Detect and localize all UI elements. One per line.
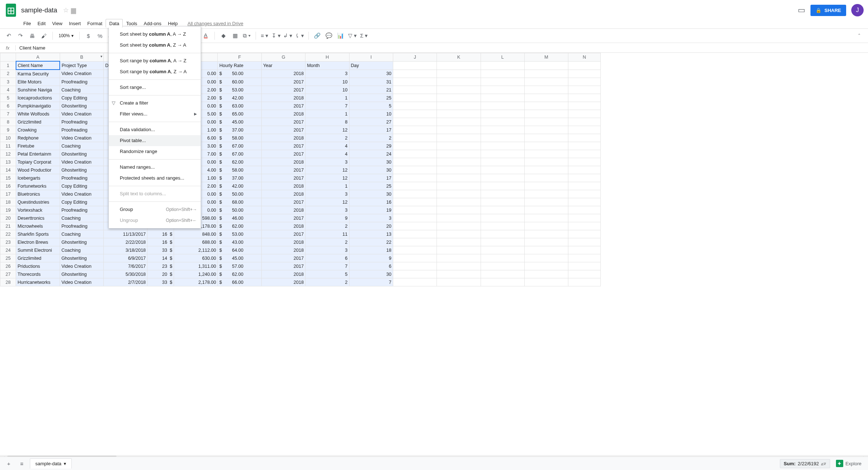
cell[interactable] — [437, 174, 481, 182]
row-header[interactable]: 15 — [0, 174, 16, 182]
row-header[interactable]: 16 — [0, 182, 16, 190]
cell[interactable] — [393, 150, 437, 158]
col-header[interactable]: H — [305, 53, 349, 62]
fill-color-button[interactable]: ◆ — [218, 31, 229, 41]
cell[interactable] — [568, 254, 601, 262]
comments-icon[interactable]: ▭ — [798, 5, 805, 15]
cell[interactable]: 13 — [349, 230, 393, 238]
row-header[interactable]: 26 — [0, 262, 16, 270]
cell[interactable]: 17 — [349, 126, 393, 134]
menu-named-ranges[interactable]: Named ranges... — [109, 162, 201, 173]
cell[interactable]: 5 — [349, 102, 393, 110]
cell[interactable]: 23 $ — [147, 262, 174, 270]
col-header[interactable]: I — [349, 53, 393, 62]
cell[interactable] — [524, 158, 568, 166]
cell[interactable] — [568, 78, 601, 86]
cell[interactable] — [568, 270, 601, 278]
row-header[interactable]: 4 — [0, 86, 16, 94]
cell[interactable] — [481, 262, 524, 270]
print-button[interactable]: 🖶 — [27, 31, 37, 41]
cell[interactable]: Video Creation — [60, 110, 103, 118]
cell[interactable] — [437, 150, 481, 158]
cell[interactable]: 8 — [305, 118, 349, 126]
halign-button[interactable]: ≡ ▾ — [260, 31, 270, 41]
cell[interactable] — [393, 94, 437, 102]
cell[interactable] — [393, 78, 437, 86]
cell[interactable]: $ 62.00 — [218, 270, 261, 278]
cell[interactable]: 2018 — [261, 190, 305, 198]
cell[interactable] — [568, 214, 601, 222]
cell[interactable]: 2017 — [261, 78, 305, 86]
header-cell[interactable] — [568, 61, 601, 70]
row-header[interactable]: 7 — [0, 110, 16, 118]
cell[interactable] — [393, 270, 437, 278]
cell[interactable]: 3 — [305, 206, 349, 214]
cell[interactable]: $ 46.00 — [218, 214, 261, 222]
cell[interactable]: Proofreading — [60, 174, 103, 182]
cell[interactable]: $ 43.00 — [218, 238, 261, 246]
row-header[interactable]: 10 — [0, 134, 16, 142]
cell[interactable]: 1 — [305, 182, 349, 190]
cell[interactable]: 1,240.00 — [174, 270, 218, 278]
menu-filter-views[interactable]: Filter views...▶ — [109, 109, 201, 120]
cell[interactable] — [481, 158, 524, 166]
cell[interactable] — [524, 110, 568, 118]
cell[interactable] — [437, 198, 481, 206]
cell[interactable] — [568, 150, 601, 158]
comment-button[interactable]: 💬 — [324, 31, 334, 41]
cell[interactable]: $ 53.00 — [218, 230, 261, 238]
cell[interactable]: 7 — [305, 262, 349, 270]
col-header[interactable]: M — [524, 53, 568, 62]
cell[interactable] — [437, 118, 481, 126]
redo-button[interactable]: ↷ — [15, 31, 25, 41]
cell[interactable] — [437, 134, 481, 142]
cell[interactable] — [393, 142, 437, 150]
cell[interactable]: Ghostwriting — [60, 270, 103, 278]
cell[interactable]: 2017 — [261, 174, 305, 182]
cell[interactable] — [524, 246, 568, 254]
cell[interactable]: 2017 — [261, 118, 305, 126]
cell[interactable] — [437, 278, 481, 286]
cell[interactable]: Elite Motors — [16, 78, 60, 86]
cell[interactable]: Hurricanetworks — [16, 278, 60, 286]
cell[interactable] — [481, 198, 524, 206]
row-header[interactable]: 18 — [0, 198, 16, 206]
cell[interactable] — [568, 206, 601, 214]
cell[interactable] — [568, 182, 601, 190]
rotate-button[interactable]: ⤹ ▾ — [295, 31, 305, 41]
menu-protected-sheets[interactable]: Protected sheets and ranges... — [109, 173, 201, 184]
cell[interactable]: 25 — [349, 94, 393, 102]
doc-title[interactable]: sample-data — [21, 7, 57, 14]
cell[interactable]: 5 — [305, 270, 349, 278]
cell[interactable]: 2018 — [261, 278, 305, 286]
cell[interactable] — [393, 158, 437, 166]
row-header[interactable]: 19 — [0, 206, 16, 214]
row-header[interactable]: 6 — [0, 102, 16, 110]
cell[interactable]: Icebergarts — [16, 174, 60, 182]
cell[interactable]: 6/9/2017 — [103, 254, 147, 262]
col-header[interactable]: N — [568, 53, 601, 62]
cell[interactable]: 2018 — [261, 222, 305, 230]
cell[interactable]: Crowking — [16, 126, 60, 134]
cell[interactable] — [437, 78, 481, 86]
add-sheet-button[interactable]: + — [4, 458, 14, 469]
cell[interactable]: 2017 — [261, 214, 305, 222]
cell[interactable]: Sunshine Naviga — [16, 86, 60, 94]
cell[interactable]: 1 — [305, 94, 349, 102]
cell[interactable]: $ 60.00 — [218, 78, 261, 86]
cell[interactable] — [481, 94, 524, 102]
cell[interactable]: 6 — [349, 262, 393, 270]
cell[interactable] — [568, 278, 601, 286]
cell[interactable] — [524, 70, 568, 78]
cell[interactable]: Video Creation — [60, 278, 103, 286]
col-header[interactable]: J — [393, 53, 437, 62]
cell[interactable]: $ 42.00 — [218, 182, 261, 190]
text-color-button[interactable]: A — [201, 31, 211, 41]
cell[interactable] — [393, 278, 437, 286]
cell[interactable] — [393, 262, 437, 270]
cell[interactable]: 14 $ — [147, 254, 174, 262]
cell[interactable]: 1 — [305, 110, 349, 118]
cell[interactable]: $ 50.00 — [218, 206, 261, 214]
paint-format-button[interactable]: 🖌 — [39, 31, 49, 41]
cell[interactable]: Ghostwriting — [60, 102, 103, 110]
